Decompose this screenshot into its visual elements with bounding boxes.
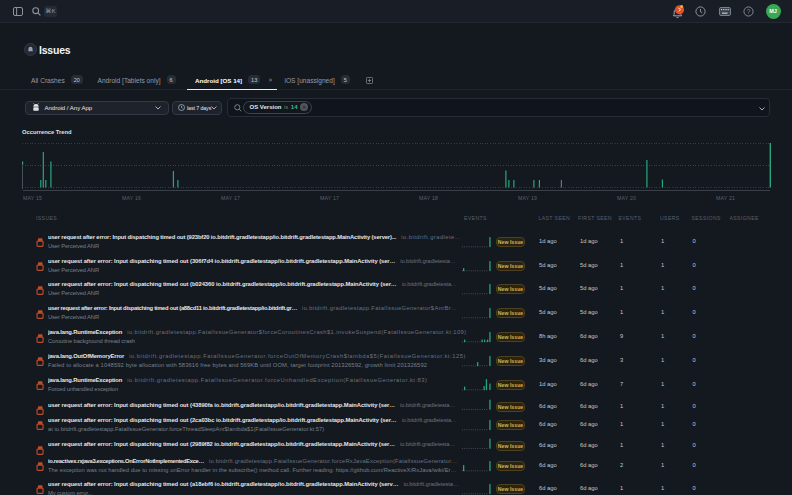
svg-text:?: ? bbox=[746, 7, 750, 14]
